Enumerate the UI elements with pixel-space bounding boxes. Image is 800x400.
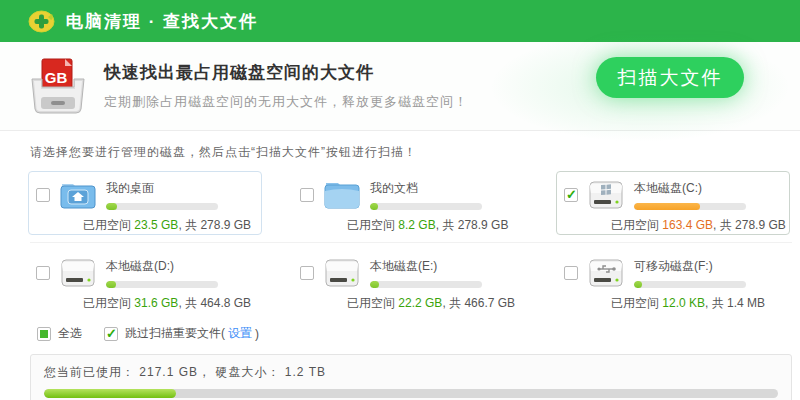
skip-important-label: 跳过扫描重要文件( bbox=[125, 325, 225, 342]
instruction-text: 请选择您要进行管理的磁盘，然后点击“扫描大文件”按钮进行扫描！ bbox=[30, 144, 800, 161]
removable-drive-icon bbox=[587, 257, 625, 289]
skip-important-label-suffix: ) bbox=[255, 327, 259, 341]
disk-checkbox[interactable] bbox=[564, 188, 578, 202]
disk-usage-text: 已用空间 22.2 GB, 共 466.7 GB bbox=[347, 295, 525, 312]
disk-label: 本地磁盘(D:) bbox=[106, 258, 218, 275]
disk-usage-text: 已用空间 23.5 GB, 共 278.9 GB bbox=[83, 217, 261, 234]
documents-folder-icon bbox=[323, 179, 361, 211]
disk-usage-summary: 您当前已使用： 217.1 GB， 硬盘大小： 1.2 TB bbox=[30, 354, 792, 400]
cleaner-plus-logo-icon bbox=[28, 10, 55, 33]
scan-large-files-button[interactable]: 扫描大文件 bbox=[596, 57, 744, 98]
select-all-label: 全选 bbox=[58, 325, 82, 342]
settings-link[interactable]: 设置 bbox=[228, 325, 252, 342]
disk-usage-text: 已用空间 31.6 GB, 共 464.8 GB bbox=[83, 295, 261, 312]
disk-card[interactable]: 本地磁盘(C:) 已用空间 163.4 GB, 共 278.9 GB bbox=[556, 171, 790, 235]
skip-important-group: 跳过扫描重要文件( 设置 ) bbox=[104, 325, 259, 342]
banner: GB 快速找出最占用磁盘空间的大文件 定期删除占用磁盘空间的无用大文件，释放更多… bbox=[0, 42, 800, 131]
disk-label: 我的桌面 bbox=[106, 180, 218, 197]
disk-checkbox[interactable] bbox=[564, 266, 578, 280]
disk-row-top: 我的桌面 已用空间 23.5 GB, 共 278.9 GB 我的文档 已用空间 … bbox=[28, 171, 800, 235]
select-all-checkbox[interactable] bbox=[37, 327, 51, 341]
disk-checkbox[interactable] bbox=[300, 188, 314, 202]
local-drive-icon bbox=[323, 257, 361, 289]
skip-important-checkbox[interactable] bbox=[104, 327, 118, 341]
disk-row-bottom: 本地磁盘(D:) 已用空间 31.6 GB, 共 464.8 GB 本地磁盘(E… bbox=[28, 249, 800, 313]
svg-text:GB: GB bbox=[45, 69, 68, 86]
disk-card[interactable]: 我的桌面 已用空间 23.5 GB, 共 278.9 GB bbox=[28, 171, 262, 235]
total-usage-bar bbox=[44, 389, 778, 398]
disk-card[interactable]: 本地磁盘(D:) 已用空间 31.6 GB, 共 464.8 GB bbox=[28, 249, 262, 313]
disk-card[interactable]: 可移动磁盘(F:) 已用空间 12.0 KB, 共 1.4 MB bbox=[556, 249, 790, 313]
disk-usage-text: 已用空间 163.4 GB, 共 278.9 GB bbox=[611, 217, 789, 234]
disk-card[interactable]: 本地磁盘(E:) 已用空间 22.2 GB, 共 466.7 GB bbox=[292, 249, 526, 313]
bottom-controls: 全选 跳过扫描重要文件( 设置 ) bbox=[37, 325, 800, 342]
disk-usage-bar bbox=[370, 281, 482, 288]
disk-checkbox[interactable] bbox=[36, 188, 50, 202]
disk-grid: 我的桌面 已用空间 23.5 GB, 共 278.9 GB 我的文档 已用空间 … bbox=[0, 171, 800, 313]
disk-label: 本地磁盘(E:) bbox=[370, 258, 482, 275]
summary-text: 您当前已使用： 217.1 GB， 硬盘大小： 1.2 TB bbox=[44, 364, 778, 381]
disk-label: 我的文档 bbox=[370, 180, 482, 197]
summary-total-value: 1.2 TB bbox=[285, 365, 326, 379]
disk-usage-bar bbox=[634, 203, 746, 210]
disk-usage-bar bbox=[106, 281, 218, 288]
local-drive-icon bbox=[59, 257, 97, 289]
title-bar: 电脑清理 · 查找大文件 bbox=[0, 0, 800, 42]
disk-checkbox[interactable] bbox=[300, 266, 314, 280]
disk-checkbox[interactable] bbox=[36, 266, 50, 280]
banner-title: 快速找出最占用磁盘空间的大文件 bbox=[104, 61, 468, 84]
desktop-folder-icon bbox=[59, 179, 97, 211]
banner-subtitle: 定期删除占用磁盘空间的无用大文件，释放更多磁盘空间！ bbox=[104, 93, 468, 111]
disk-card[interactable]: 我的文档 已用空间 8.2 GB, 共 278.9 GB bbox=[292, 171, 526, 235]
disk-usage-bar bbox=[634, 281, 746, 288]
disk-usage-bar bbox=[370, 203, 482, 210]
windows-drive-icon bbox=[587, 179, 625, 211]
row-separator bbox=[30, 242, 792, 243]
disk-label: 可移动磁盘(F:) bbox=[634, 258, 746, 275]
gb-large-file-icon: GB bbox=[28, 57, 88, 115]
banner-text: 快速找出最占用磁盘空间的大文件 定期删除占用磁盘空间的无用大文件，释放更多磁盘空… bbox=[104, 61, 468, 111]
disk-usage-text: 已用空间 8.2 GB, 共 278.9 GB bbox=[347, 217, 525, 234]
disk-usage-text: 已用空间 12.0 KB, 共 1.4 MB bbox=[611, 295, 789, 312]
disk-label: 本地磁盘(C:) bbox=[634, 180, 746, 197]
summary-used-value: 217.1 GB bbox=[139, 365, 198, 379]
app-title: 电脑清理 · 查找大文件 bbox=[66, 10, 258, 33]
disk-usage-bar bbox=[106, 203, 218, 210]
